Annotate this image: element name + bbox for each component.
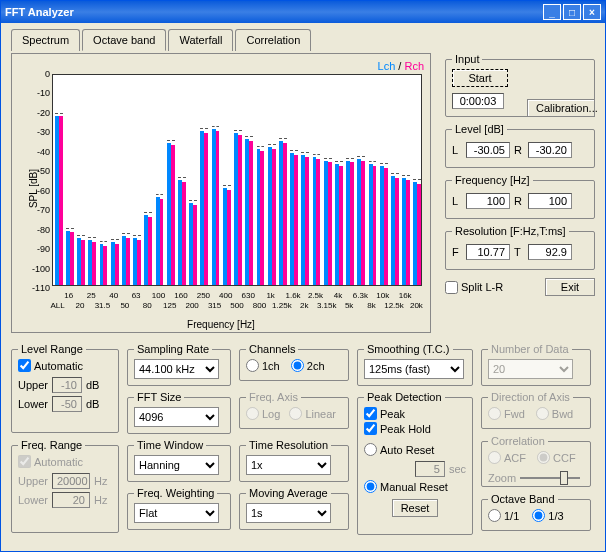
- chart-plot: [52, 74, 422, 286]
- resolution-f: 10.77: [466, 244, 510, 260]
- channels-group: Channels 1ch 2ch: [239, 343, 349, 381]
- correlation-ccf: CCF: [537, 451, 576, 464]
- level-l: -30.05: [466, 142, 510, 158]
- freq-r: 100: [528, 193, 572, 209]
- fft-size-group: FFT Size 4096: [127, 391, 231, 434]
- legend-rch: Rch: [404, 60, 424, 72]
- freq-axis-linear: Linear: [289, 407, 336, 420]
- legend-lch: Lch: [378, 60, 396, 72]
- correlation-acf: ACF: [488, 451, 526, 464]
- chart-area: Lch / Rch SPL [dB] Frequency [Hz] 0-10-2…: [11, 53, 431, 333]
- octave-1-3[interactable]: 1/3: [532, 509, 563, 522]
- smoothing-group: Smoothing (T.C.) 125ms (fast): [357, 343, 473, 386]
- direction-fwd: Fwd: [488, 407, 525, 420]
- level-range-lower: -50: [52, 396, 82, 412]
- time-window-select[interactable]: Hanning: [134, 455, 219, 475]
- sampling-rate-select[interactable]: 44.100 kHz: [134, 359, 219, 379]
- time-resolution-group: Time Resolution 1x: [239, 439, 349, 482]
- split-lr-checkbox[interactable]: Split L-R: [445, 281, 503, 294]
- zoom-slider: [520, 469, 580, 487]
- freq-range-lower: 20: [52, 492, 90, 508]
- octave-band-group: Octave Band 1/1 1/3: [481, 493, 591, 531]
- tab-spectrum[interactable]: Spectrum: [11, 29, 80, 51]
- peak-checkbox[interactable]: Peak: [364, 407, 405, 420]
- level-r: -30.20: [528, 142, 572, 158]
- tab-bar: Spectrum Octave band Waterfall Correlati…: [11, 29, 313, 51]
- app-window: FFT Analyzer _ □ × Spectrum Octave band …: [0, 0, 606, 552]
- freq-l: 100: [466, 193, 510, 209]
- peak-hold-checkbox[interactable]: Peak Hold: [364, 422, 431, 435]
- titlebar: FFT Analyzer _ □ ×: [1, 1, 605, 23]
- minimize-button[interactable]: _: [543, 4, 561, 20]
- manual-reset-radio[interactable]: Manual Reset: [364, 480, 448, 493]
- correlation-group: Correlation ACF CCF Zoom: [481, 435, 591, 487]
- channels-1ch[interactable]: 1ch: [246, 359, 280, 372]
- resolution-t: 92.9: [528, 244, 572, 260]
- peak-detection-group: Peak Detection Peak Peak Hold Auto Reset…: [357, 391, 473, 535]
- tab-correlation[interactable]: Correlation: [235, 29, 311, 51]
- tab-waterfall[interactable]: Waterfall: [168, 29, 233, 51]
- window-title: FFT Analyzer: [5, 6, 74, 18]
- time-window-group: Time Window Hanning: [127, 439, 231, 482]
- channels-2ch[interactable]: 2ch: [291, 359, 325, 372]
- time-resolution-select[interactable]: 1x: [246, 455, 331, 475]
- freq-axis-log: Log: [246, 407, 280, 420]
- resolution-group: Resolution [F:Hz,T:ms] F10.77 T92.9: [445, 225, 595, 270]
- freq-range-group: Freq. Range Automatic Upper20000Hz Lower…: [11, 439, 119, 533]
- reset-button[interactable]: Reset: [392, 499, 439, 517]
- calibration-button[interactable]: Calibration...: [527, 99, 595, 117]
- level-range-upper: -10: [52, 377, 82, 393]
- tab-octave-band[interactable]: Octave band: [82, 29, 166, 51]
- level-range-automatic[interactable]: Automatic: [18, 359, 83, 372]
- number-of-data-select: 20: [488, 359, 573, 379]
- level-range-group: Level Range Automatic Upper-10dB Lower-5…: [11, 343, 119, 433]
- freq-weighting-select[interactable]: Flat: [134, 503, 219, 523]
- freq-axis-group: Freq. Axis Log Linear: [239, 391, 349, 429]
- chart-legend: Lch / Rch: [378, 60, 424, 72]
- octave-1-1[interactable]: 1/1: [488, 509, 519, 522]
- start-button[interactable]: Start: [452, 69, 508, 87]
- x-axis-label: Frequency [Hz]: [187, 319, 255, 330]
- sampling-rate-group: Sampling Rate 44.100 kHz: [127, 343, 231, 386]
- number-of-data-group: Number of Data 20: [481, 343, 591, 386]
- direction-bwd: Bwd: [536, 407, 573, 420]
- moving-average-select[interactable]: 1s: [246, 503, 331, 523]
- exit-button[interactable]: Exit: [545, 278, 595, 296]
- freq-range-upper: 20000: [52, 473, 90, 489]
- elapsed-time: 0:00:03: [452, 93, 504, 109]
- auto-reset-radio[interactable]: Auto Reset: [364, 443, 434, 456]
- smoothing-select[interactable]: 125ms (fast): [364, 359, 464, 379]
- fft-size-select[interactable]: 4096: [134, 407, 219, 427]
- maximize-button[interactable]: □: [563, 4, 581, 20]
- freq-range-automatic: Automatic: [18, 455, 83, 468]
- close-button[interactable]: ×: [583, 4, 601, 20]
- moving-average-group: Moving Average 1s: [239, 487, 349, 530]
- direction-of-axis-group: Direction of Axis Fwd Bwd: [481, 391, 591, 429]
- freq-weighting-group: Freq. Weighting Flat: [127, 487, 231, 530]
- auto-reset-sec: 5: [415, 461, 445, 477]
- frequency-hz-group: Frequency [Hz] L100 R100: [445, 174, 595, 219]
- level-db-group: Level [dB] L-30.05 R-30.20: [445, 123, 595, 168]
